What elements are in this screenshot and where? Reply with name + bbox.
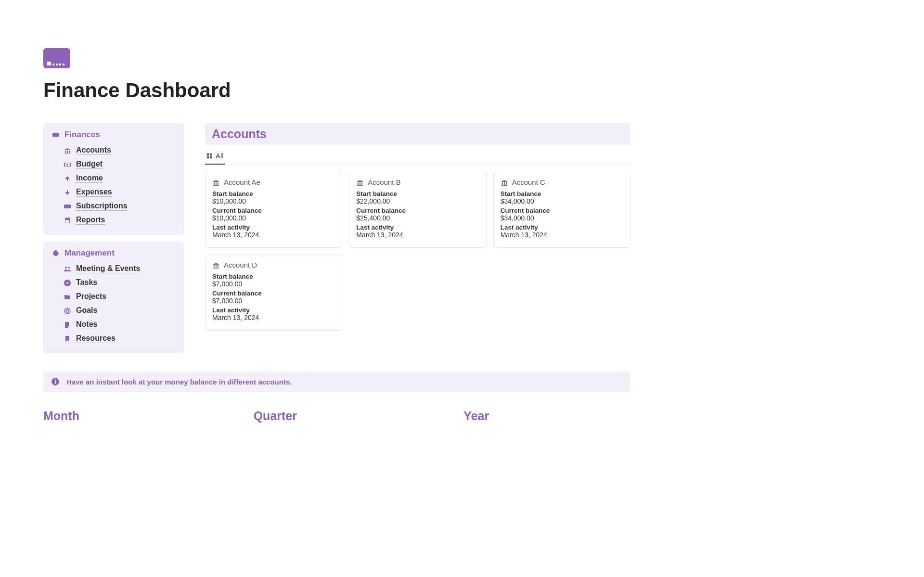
account-card[interactable]: Account CStart balance$34,000.00Current … [493, 172, 630, 248]
current-balance-label: Current balance [500, 207, 623, 214]
sidebar-item-label: Accounts [76, 146, 111, 155]
current-balance-value: $10,000.00 [212, 214, 335, 222]
sidebar-item-label: Tasks [76, 278, 97, 287]
callout: Have an instant look at your money balan… [43, 372, 630, 392]
management-heading-label: Management [64, 248, 115, 258]
sidebar-item-label: Expenses [76, 188, 112, 197]
sidebar-item-projects[interactable]: Projects [52, 290, 175, 304]
sidebar-item-label: Subscriptions [76, 202, 128, 211]
start-balance-label: Start balance [212, 273, 335, 280]
account-card[interactable]: Account DStart balance$7,000.00Current b… [205, 255, 342, 331]
sidebar-item-meetings[interactable]: Meeting & Events [52, 262, 175, 276]
account-name: Account Ae [224, 178, 260, 186]
start-balance-value: $10,000.00 [212, 197, 335, 205]
calendar-icon [64, 217, 71, 224]
sidebar-item-budget[interactable]: Budget [52, 157, 175, 171]
last-activity-value: March 13, 2024 [500, 231, 623, 239]
account-name: Account D [224, 261, 257, 269]
info-icon [51, 377, 60, 386]
card-icon [52, 131, 60, 139]
sidebar-item-label: Notes [76, 320, 97, 329]
gear-icon [52, 249, 60, 257]
page-title: Finance Dashboard [43, 79, 630, 102]
start-balance-label: Start balance [212, 190, 335, 197]
sidebar-item-goals[interactable]: Goals [52, 304, 175, 318]
tab-label: All [216, 152, 224, 160]
account-card[interactable]: Account BStart balance$22,000.00Current … [349, 172, 486, 248]
sidebar: Finances Accounts Budget Income Expenses [43, 123, 184, 360]
account-name: Account B [368, 178, 400, 186]
start-balance-value: $34,000.00 [500, 197, 623, 205]
accounts-cards: Account AeStart balance$10,000.00Current… [205, 172, 630, 331]
folder-icon [64, 293, 71, 301]
arrow-down-icon [64, 189, 71, 196]
check-circle-icon [64, 279, 71, 287]
accounts-header: Accounts [205, 123, 630, 145]
current-balance-value: $7,000.00 [212, 297, 335, 305]
current-balance-value: $25,400.00 [356, 214, 479, 222]
sidebar-item-label: Goals [76, 306, 97, 315]
sidebar-item-subscriptions[interactable]: Subscriptions [52, 199, 175, 213]
start-balance-label: Start balance [500, 190, 623, 197]
start-balance-label: Start balance [356, 190, 479, 197]
sidebar-finances: Finances Accounts Budget Income Expenses [43, 123, 184, 235]
bank-icon [212, 261, 220, 269]
sidebar-item-label: Reports [76, 216, 105, 225]
sidebar-item-resources[interactable]: Resources [52, 332, 175, 346]
last-activity-value: March 13, 2024 [212, 314, 335, 321]
bookmark-icon [64, 335, 71, 343]
accounts-title: Accounts [212, 127, 624, 141]
last-activity-value: March 13, 2024 [356, 231, 479, 239]
sidebar-item-notes[interactable]: Notes [52, 318, 175, 332]
main: Accounts All Account AeStart balance$10,… [205, 123, 630, 360]
page-icon [43, 48, 70, 68]
sidebar-item-label: Budget [76, 160, 103, 169]
last-activity-label: Last activity [212, 224, 335, 231]
account-name: Account C [512, 178, 545, 186]
sidebar-item-label: Resources [76, 334, 116, 343]
start-balance-value: $7,000.00 [212, 280, 335, 288]
sidebar-item-expenses[interactable]: Expenses [52, 185, 175, 199]
card-icon [64, 203, 71, 210]
quarter-title: Quarter [254, 409, 421, 423]
last-activity-label: Last activity [356, 224, 479, 231]
bank-icon [356, 179, 364, 186]
current-balance-label: Current balance [212, 290, 335, 297]
current-balance-label: Current balance [212, 207, 335, 214]
cash-icon [64, 161, 71, 168]
accounts-tabs: All [205, 148, 630, 165]
sidebar-item-label: Income [76, 174, 103, 183]
callout-text: Have an instant look at your money balan… [66, 378, 292, 386]
last-activity-label: Last activity [500, 224, 623, 231]
account-card[interactable]: Account AeStart balance$10,000.00Current… [205, 172, 342, 248]
bank-icon [64, 147, 71, 154]
last-activity-label: Last activity [212, 307, 335, 314]
start-balance-value: $22,000.00 [356, 197, 479, 205]
last-activity-value: March 13, 2024 [212, 231, 335, 239]
finances-heading: Finances [52, 130, 175, 140]
grid-icon [206, 153, 213, 159]
sidebar-item-label: Projects [76, 292, 106, 301]
bottom-row: Month Quarter Year [43, 409, 630, 423]
sidebar-item-reports[interactable]: Reports [52, 213, 175, 227]
sidebar-management: Management Meeting & Events Tasks Projec… [43, 242, 184, 353]
people-icon [64, 265, 71, 273]
finances-heading-label: Finances [64, 130, 100, 140]
target-icon [64, 307, 71, 315]
sidebar-item-accounts[interactable]: Accounts [52, 143, 175, 157]
year-title: Year [463, 409, 630, 423]
note-icon [64, 321, 71, 329]
sidebar-item-income[interactable]: Income [52, 171, 175, 185]
current-balance-label: Current balance [356, 207, 479, 214]
tab-all[interactable]: All [205, 148, 225, 165]
sidebar-item-label: Meeting & Events [76, 264, 140, 273]
current-balance-value: $34,000.00 [500, 214, 623, 222]
management-heading: Management [52, 248, 175, 258]
bank-icon [212, 179, 220, 186]
sidebar-item-tasks[interactable]: Tasks [52, 276, 175, 290]
month-title: Month [43, 409, 210, 423]
arrow-up-icon [64, 175, 71, 182]
bank-icon [500, 179, 508, 186]
